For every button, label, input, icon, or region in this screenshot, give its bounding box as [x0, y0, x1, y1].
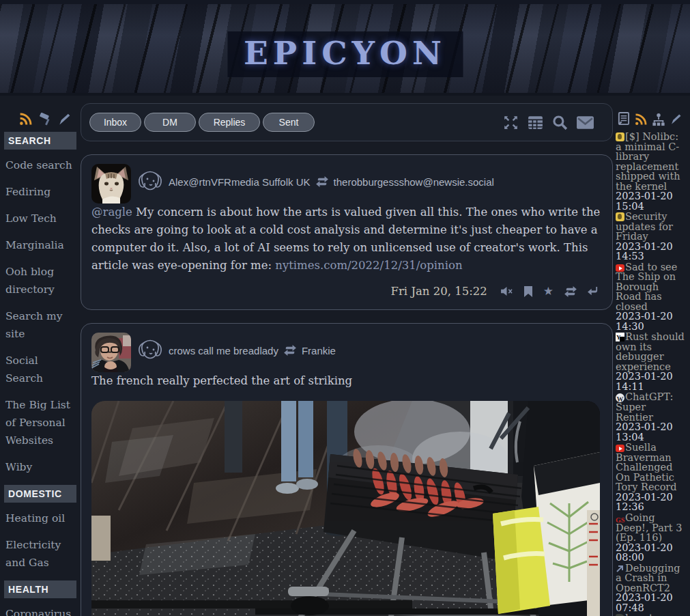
announce-repeat-icon[interactable]	[564, 286, 577, 297]
mention-link[interactable]: @ragle	[91, 206, 132, 219]
newswire-date: 2023-01-20 14:53	[616, 242, 685, 262]
dog-person-icon	[136, 338, 164, 363]
newswire-sidebar: [$] Nolibc: a minimal C-library replacem…	[613, 96, 690, 616]
newswire-date: 2023-01-20 12:36	[616, 492, 685, 512]
post-card: Alex@rtnVFRmedia Suffolk UK therobburges…	[81, 154, 613, 310]
post-author-handle[interactable]: crows call me breadlady	[169, 345, 278, 356]
post-content: @ragle My concern is about how the arts …	[91, 194, 602, 275]
envelope-icon[interactable]	[576, 115, 594, 130]
tab-inbox[interactable]: Inbox	[89, 113, 141, 132]
sidebar-link-coronavirus-statistics[interactable]: Coronavirus statistics	[5, 605, 76, 616]
calendar-grid-icon[interactable]	[527, 115, 544, 130]
sidebar-link-big-list-personal-websites[interactable]: The Big List of Personal Websites	[5, 396, 76, 449]
sidebar-link-wiby[interactable]: Wiby	[5, 458, 76, 476]
sidebar-link-ooh-blog-directory[interactable]: Ooh blog directory	[5, 263, 76, 298]
newswire-item[interactable]: Debugging a Crash in OpenRCT2 2023-01-20…	[616, 563, 685, 613]
newswire-item[interactable]: Sad to see The Ship on Borough Road has …	[616, 262, 685, 332]
newswire-date: 2023-01-20 08:00	[616, 543, 685, 563]
links-sidebar: SEARCH Code search Fediring Low Tech Mar…	[0, 96, 81, 616]
sidebar-link-search-my-site[interactable]: Search my site	[5, 307, 76, 343]
post-content: The french really perfected the art of s…	[91, 363, 602, 390]
bookmark-icon[interactable]	[523, 286, 533, 297]
rss-icon[interactable]	[634, 113, 648, 126]
sidebar-link-social-search[interactable]: Social Search	[5, 352, 76, 387]
hashtag-tree-icon[interactable]	[652, 113, 665, 126]
post-url-link[interactable]: nytimes.com/2022/12/31/opinion	[275, 259, 462, 272]
newswire-date: 2023-01-20 15:04	[616, 191, 685, 211]
star-like-icon[interactable]: ★	[543, 284, 554, 298]
search-icon[interactable]	[551, 114, 569, 131]
avatar-breadlady[interactable]	[91, 333, 131, 372]
newswire-item[interactable]: GSGoing Deep!, Part 3 (Ep. 116) 2023-01-…	[616, 513, 685, 563]
newswire-item[interactable]: Security updates for Friday 2023-01-20 1…	[616, 212, 685, 262]
post-text: The french really perfected the art of s…	[91, 374, 352, 387]
reply-icon[interactable]	[588, 286, 599, 296]
newswire-date: 2023-01-20 14:30	[616, 311, 685, 331]
mute-icon[interactable]	[500, 286, 513, 296]
sidebar-section-health: HEALTH	[4, 580, 76, 598]
sidebar-link-heating-oil[interactable]: Heating oil	[5, 509, 76, 527]
newspaper-icon[interactable]	[617, 112, 630, 126]
post-card: crows call me breadlady Frankie The fren…	[81, 323, 613, 616]
post-boost-target-handle[interactable]: therobburgessshow@newsie.social	[334, 176, 494, 188]
timeline-tabs: Inbox DM Replies Sent	[89, 113, 316, 132]
newswire-item[interactable]: Suella Braverman Challenged On Pathetic …	[616, 443, 685, 512]
sidebar-link-fediring[interactable]: Fediring	[5, 183, 76, 201]
tool-roller-icon[interactable]	[38, 113, 53, 126]
edit-pen-icon[interactable]	[57, 113, 71, 126]
edit-pen-icon[interactable]	[670, 113, 682, 126]
lwn-favicon	[616, 212, 624, 221]
post-photo-sausage-grill[interactable]	[91, 401, 600, 616]
sidebar-link-low-tech[interactable]: Low Tech	[5, 210, 76, 227]
newswire-item[interactable]: [$] Nolibc: a minimal C-library replacem…	[616, 132, 685, 211]
post-author-handle[interactable]: Alex@rtnVFRmedia Suffolk UK	[169, 176, 311, 188]
newswire-date: 2023-01-20 13:04	[616, 422, 685, 442]
sidebar-link-code-search[interactable]: Code search	[5, 156, 76, 174]
avatar-cat[interactable]	[91, 164, 131, 204]
site-title: EPICYON	[227, 31, 463, 77]
tab-sent[interactable]: Sent	[263, 113, 315, 132]
sidebar-link-marginalia[interactable]: Marginalia	[5, 236, 76, 254]
youtube-favicon	[616, 264, 624, 272]
tab-replies[interactable]: Replies	[199, 113, 260, 132]
sidebar-section-domestic: DOMESTIC	[4, 485, 76, 503]
newswire-item[interactable]: how to completely own an airline in 3	[616, 613, 685, 616]
post-boost-target-handle[interactable]: Frankie	[302, 345, 336, 356]
rss-icon[interactable]	[18, 112, 33, 126]
yw-favicon: Yw	[616, 333, 624, 341]
boost-repeat-icon	[283, 345, 297, 356]
expand-fullscreen-icon[interactable]	[502, 114, 519, 131]
tab-dm[interactable]: DM	[144, 113, 196, 132]
boost-repeat-icon	[315, 176, 329, 187]
youtube-favicon	[616, 445, 624, 452]
dog-person-icon	[136, 169, 164, 194]
timeline-header: Inbox DM Replies Sent	[81, 103, 613, 141]
wordpress-favicon: W	[616, 393, 624, 402]
lwn-favicon	[616, 132, 624, 141]
sidebar-section-search: SEARCH	[4, 132, 76, 150]
timeline: Inbox DM Replies Sent	[81, 96, 613, 616]
newswire-date: 2023-01-20 07:48	[616, 593, 685, 613]
sidebar-link-electricity-and-gas[interactable]: Electricity and Gas	[5, 536, 76, 572]
newswire-item[interactable]: YwRust should own its debugger experienc…	[616, 332, 685, 391]
arrow-favicon	[616, 564, 624, 573]
site-banner[interactable]: EPICYON	[0, 0, 690, 96]
post-timestamp[interactable]: Fri Jan 20, 15:22	[391, 285, 487, 298]
newswire-item[interactable]: WChatGPT: Super Rentier 2023-01-20 13:04	[616, 392, 685, 442]
newswire-date: 2023-01-20 14:11	[616, 372, 685, 391]
